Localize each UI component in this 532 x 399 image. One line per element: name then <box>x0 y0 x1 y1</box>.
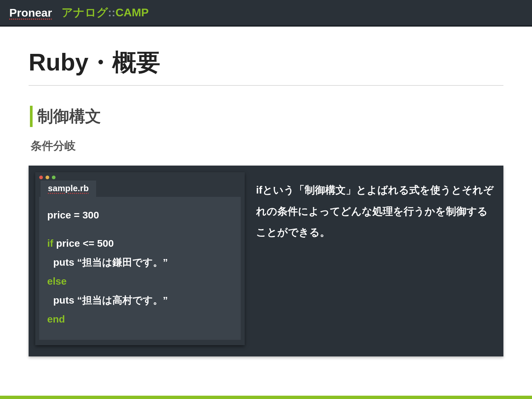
code-area: price = 300 if price <= 500 puts “担当は鎌田で… <box>39 197 241 340</box>
code-line: puts “担当は鎌田です。” <box>47 253 233 272</box>
sub-brand-part2: CAMP <box>115 6 149 19</box>
editor-tab-row: sample.rb <box>35 181 245 197</box>
page-body: Ruby・概要 制御構文 条件分岐 sample.rb price = 300 … <box>0 27 532 356</box>
bottom-accent-bar <box>0 396 532 399</box>
brand-logo: Pronear <box>9 6 52 19</box>
code-editor-window: sample.rb price = 300 if price <= 500 pu… <box>35 172 245 345</box>
explanation-text: ifという「制御構文」とよばれる式を使うとそれぞれの条件によってどんな処理を行う… <box>256 172 495 345</box>
code-keyword: end <box>47 314 65 325</box>
window-controls <box>35 172 245 181</box>
top-bar: Pronear アナログ::CAMP <box>0 0 532 27</box>
section-heading: 制御構文 <box>30 106 503 127</box>
code-token: = 300 <box>74 209 99 220</box>
code-keyword: if <box>47 238 53 249</box>
code-line: price = 300 <box>47 205 233 224</box>
code-line: puts “担当は高村です。” <box>47 291 233 310</box>
subsection-heading: 条件分岐 <box>31 138 503 154</box>
window-close-icon <box>39 176 43 179</box>
content-block: sample.rb price = 300 if price <= 500 pu… <box>29 166 503 356</box>
code-token: price <box>47 209 74 220</box>
code-keyword: else <box>47 276 66 287</box>
sub-brand: アナログ::CAMP <box>62 5 149 20</box>
file-tab: sample.rb <box>41 181 96 197</box>
window-zoom-icon <box>52 176 56 179</box>
sub-brand-sep: :: <box>108 6 116 19</box>
code-line: if price <= 500 <box>47 234 233 253</box>
code-line: end <box>47 310 233 329</box>
code-token: puts “担当は高村です。” <box>53 295 168 306</box>
code-token: price <= 500 <box>53 238 114 249</box>
page-title: Ruby・概要 <box>29 47 503 86</box>
window-minimize-icon <box>46 176 49 179</box>
sub-brand-part1: アナログ <box>62 6 108 19</box>
code-token: puts “担当は鎌田です。” <box>53 257 168 268</box>
code-blank-line <box>47 224 233 234</box>
code-line: else <box>47 272 233 291</box>
